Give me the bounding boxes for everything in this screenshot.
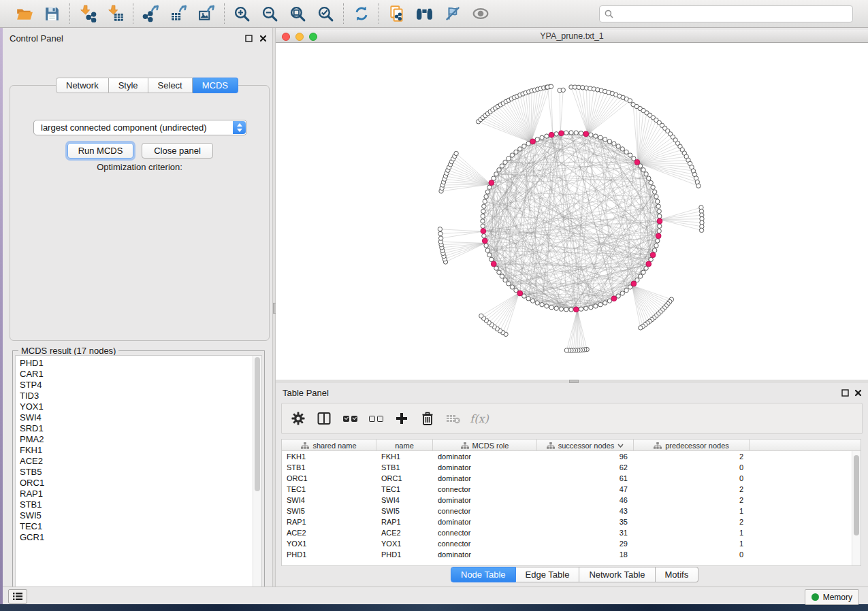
control-panel-tabs: NetworkStyleSelectMCDS: [56, 78, 238, 93]
memory-button[interactable]: Memory: [805, 589, 859, 605]
cell-predecessor-nodes: 2: [634, 495, 750, 506]
tab-network-table[interactable]: Network Table: [579, 567, 655, 582]
cell-predecessor-nodes: 1: [634, 527, 750, 538]
cell-name: PHD1: [376, 549, 433, 560]
mcds-result-item[interactable]: STB1: [20, 499, 261, 510]
delete-icon[interactable]: [420, 410, 435, 427]
column-header-name[interactable]: name: [376, 440, 433, 451]
float-table-panel-icon[interactable]: [841, 389, 850, 397]
application-window: Control Panel Optimization criterion: la…: [0, 0, 868, 611]
mcds-result-item[interactable]: TID3: [20, 391, 261, 401]
search-box[interactable]: [599, 5, 853, 22]
table-panel-title: Table Panel: [283, 388, 329, 398]
zoom-in-icon[interactable]: [233, 5, 251, 23]
export-table-icon[interactable]: [170, 5, 188, 23]
add-icon[interactable]: [394, 410, 409, 427]
cell-successor-nodes: 35: [537, 516, 634, 527]
cell-predecessor-nodes: 0: [634, 549, 750, 560]
node-table[interactable]: shared namenameMCDS rolesuccessor nodesp…: [281, 439, 861, 566]
tab-mcds[interactable]: MCDS: [193, 78, 238, 93]
mcds-result-item[interactable]: SWI4: [20, 412, 261, 423]
column-header-successor-nodes[interactable]: successor nodes: [537, 440, 634, 451]
cell-predecessor-nodes: 1: [634, 506, 750, 516]
column-header-shared-name[interactable]: shared name: [282, 440, 376, 451]
mcds-result-item[interactable]: SWI5: [20, 510, 261, 521]
cell-shared-name: STB1: [282, 462, 376, 473]
select-all-icon[interactable]: [342, 410, 357, 427]
mcds-result-item[interactable]: SRD1: [20, 423, 261, 434]
mcds-result-item[interactable]: FKH1: [20, 445, 261, 456]
cell-successor-nodes: 43: [537, 506, 634, 516]
tab-node-table[interactable]: Node Table: [451, 567, 516, 582]
export-image-icon[interactable]: [197, 5, 216, 23]
mcds-result-item[interactable]: STB5: [20, 467, 261, 478]
show-all-icon[interactable]: [471, 5, 489, 23]
mcds-list-scrollbar[interactable]: [253, 356, 261, 595]
export-network-icon[interactable]: [142, 5, 160, 23]
zoom-fit-icon[interactable]: [289, 5, 307, 23]
zoom-out-icon[interactable]: [261, 5, 279, 23]
table-row[interactable]: ORC1ORC1dominator610: [282, 473, 861, 484]
tab-motifs[interactable]: Motifs: [656, 567, 699, 582]
tab-edge-table[interactable]: Edge Table: [516, 567, 580, 582]
cell-MCDS-role: connector: [433, 506, 537, 516]
float-window-icon[interactable]: [244, 34, 253, 43]
network-canvas[interactable]: [276, 43, 868, 380]
criterion-select[interactable]: largest connected component (undirected): [33, 120, 247, 135]
save-icon[interactable]: [43, 5, 61, 23]
cell-MCDS-role: connector: [433, 527, 537, 538]
delete-table-icon[interactable]: [446, 410, 461, 427]
mcds-result-item[interactable]: TEC1: [20, 521, 261, 532]
table-row[interactable]: STB1STB1dominator620: [282, 462, 861, 473]
mcds-result-item[interactable]: PMA2: [20, 434, 261, 445]
mcds-result-item[interactable]: ORC1: [20, 478, 261, 489]
import-network-icon[interactable]: [78, 5, 97, 23]
search-network-icon[interactable]: [415, 5, 434, 23]
function-icon[interactable]: f(x): [472, 410, 487, 427]
table-row[interactable]: SWI4SWI4dominator462: [282, 495, 861, 506]
clone-network-icon[interactable]: [387, 5, 406, 23]
mcds-result-item[interactable]: CAR1: [20, 369, 261, 380]
refresh-icon[interactable]: [352, 5, 370, 23]
column-header-MCDS-role[interactable]: MCDS role: [433, 440, 537, 451]
mcds-result-title: MCDS result (17 nodes): [18, 346, 118, 356]
close-panel-icon[interactable]: [259, 34, 268, 43]
task-history-button[interactable]: [8, 589, 27, 604]
table-row[interactable]: ACE2ACE2connector311: [282, 527, 861, 538]
close-panel-button[interactable]: Close panel: [142, 143, 213, 159]
gear-icon[interactable]: [291, 410, 306, 427]
table-row[interactable]: TEC1TEC1connector472: [282, 484, 861, 495]
control-panel: Control Panel Optimization criterion: la…: [3, 28, 272, 587]
close-table-panel-icon[interactable]: [854, 389, 863, 397]
mcds-result-item[interactable]: RAP1: [20, 489, 261, 499]
mcds-result-item[interactable]: STP4: [20, 380, 261, 391]
table-scrollbar[interactable]: [852, 451, 861, 565]
search-input[interactable]: [616, 10, 852, 19]
zoom-selected-icon[interactable]: [317, 5, 335, 23]
tab-style[interactable]: Style: [109, 78, 148, 93]
select-stepper-icon: [233, 121, 246, 134]
deselect-all-icon[interactable]: [368, 410, 383, 427]
hide-selection-icon[interactable]: [443, 5, 462, 23]
import-table-icon[interactable]: [106, 5, 125, 23]
table-row[interactable]: PHD1PHD1dominator180: [282, 549, 861, 560]
cell-successor-nodes: 61: [537, 473, 634, 484]
run-mcds-button[interactable]: Run MCDS: [67, 143, 133, 159]
mcds-result-item[interactable]: PHD1: [20, 358, 261, 369]
tab-network[interactable]: Network: [56, 78, 109, 93]
table-row[interactable]: RAP1RAP1dominator352: [282, 516, 861, 527]
toolbar-group: [344, 5, 379, 23]
mcds-result-item[interactable]: YOX1: [20, 401, 261, 412]
columns-icon[interactable]: [317, 410, 332, 427]
table-panel: Table Panel f(x) shared namenameMCDS rol…: [276, 383, 868, 585]
table-row[interactable]: SWI5SWI5connector431: [282, 506, 861, 516]
table-row[interactable]: FKH1FKH1dominator962: [282, 451, 861, 462]
open-icon[interactable]: [15, 5, 33, 23]
mcds-result-item[interactable]: ACE2: [20, 456, 261, 467]
tab-select[interactable]: Select: [148, 78, 193, 93]
table-row[interactable]: YOX1YOX1connector291: [282, 538, 861, 549]
mcds-result-item[interactable]: GCR1: [20, 532, 261, 543]
cell-predecessor-nodes: 0: [634, 473, 750, 484]
mcds-result-list[interactable]: PHD1CAR1STP4TID3YOX1SWI4SRD1PMA2FKH1ACE2…: [15, 355, 262, 595]
column-header-predecessor-nodes[interactable]: predecessor nodes: [634, 440, 750, 451]
